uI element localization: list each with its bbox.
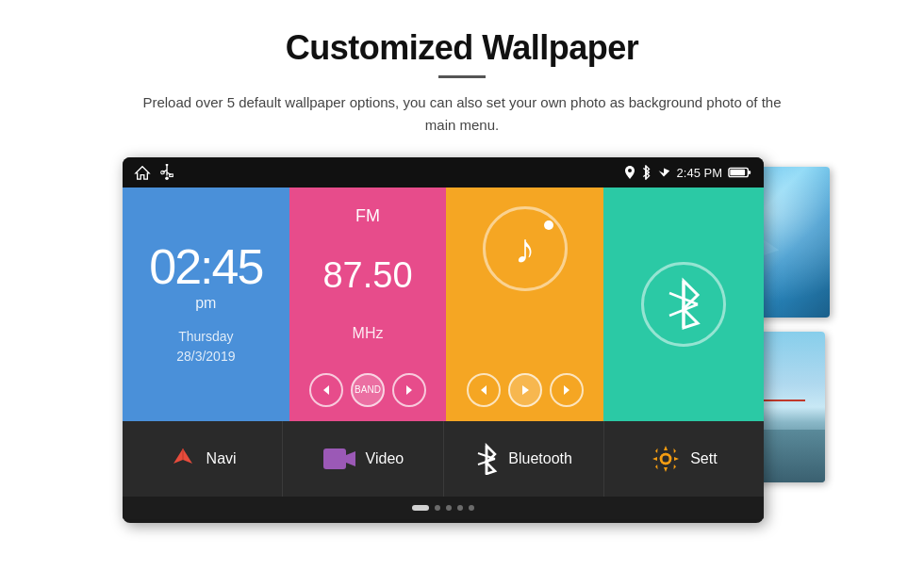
video-icon-wrapper [322, 447, 356, 471]
navi-icon-wrapper [169, 445, 197, 473]
usb-icon [160, 164, 173, 181]
apps-row: Navi Video [123, 421, 764, 497]
fm-controls: BAND [309, 373, 426, 407]
app-navi-label: Navi [206, 450, 237, 467]
dot-1 [412, 505, 429, 511]
music-prev-button[interactable] [467, 373, 501, 407]
home-icon [134, 165, 151, 180]
app-settings[interactable]: Sett [604, 421, 764, 497]
wifi-icon [656, 166, 671, 179]
page-wrapper: Customized Wallpaper Preload over 5 defa… [0, 0, 924, 587]
music-next-button[interactable] [550, 373, 584, 407]
music-widget[interactable]: ♪ [446, 188, 603, 421]
app-video[interactable]: Video [283, 421, 443, 497]
clock-time: 02:45 [149, 242, 262, 291]
widgets-row: 02:45 pm Thursday 28/3/2019 FM 87.50 MHz [123, 188, 764, 421]
settings-icon-wrapper [651, 444, 681, 474]
music-icon-wrapper: ♪ [483, 206, 568, 291]
dots-pagination [123, 497, 764, 519]
app-navi[interactable]: Navi [123, 421, 283, 497]
svg-point-7 [628, 169, 632, 172]
status-bar: 2:45 PM [123, 157, 764, 188]
clock-ampm: pm [195, 295, 216, 312]
music-note-icon: ♪ [515, 225, 536, 272]
dot-4 [457, 505, 463, 511]
app-video-label: Video [366, 450, 404, 467]
bluetooth-main-icon [662, 276, 705, 333]
fm-band-button[interactable]: BAND [351, 373, 385, 407]
status-time: 2:45 PM [677, 166, 722, 180]
content-area: 2:45 PM 02:45 pm [123, 157, 801, 525]
music-play-button[interactable] [508, 373, 542, 407]
fm-next-button[interactable] [392, 373, 426, 407]
title-divider [438, 75, 486, 78]
music-controls [467, 373, 584, 407]
bt-icon-wrapper [641, 262, 726, 347]
svg-rect-12 [748, 171, 751, 174]
fm-frequency: 87.50 [322, 257, 412, 293]
device-screen: 2:45 PM 02:45 pm [123, 157, 764, 523]
status-icons-left [134, 164, 173, 181]
dot-2 [435, 505, 440, 511]
bluetooth-widget[interactable] [603, 188, 764, 421]
app-bluetooth-label: Bluetooth [508, 450, 572, 467]
clock-widget[interactable]: 02:45 pm Thursday 28/3/2019 [123, 188, 289, 421]
dot-5 [469, 505, 474, 511]
app-settings-label: Sett [690, 450, 717, 467]
svg-rect-13 [730, 170, 745, 176]
svg-rect-4 [170, 174, 173, 177]
video-icon [322, 447, 356, 471]
app-bluetooth[interactable]: Bluetooth [444, 421, 604, 497]
svg-point-22 [661, 454, 670, 464]
dot-3 [446, 505, 452, 511]
app-bt-icon-wrapper [474, 443, 499, 475]
fm-unit: MHz [353, 325, 384, 342]
svg-rect-17 [323, 448, 346, 469]
location-icon [624, 165, 635, 180]
svg-point-6 [165, 177, 169, 181]
screen-content: 02:45 pm Thursday 28/3/2019 FM 87.50 MHz [123, 188, 764, 519]
app-bluetooth-icon [474, 443, 499, 475]
fm-widget[interactable]: FM 87.50 MHz BAND [289, 188, 447, 421]
page-subtitle: Preload over 5 default wallpaper options… [132, 91, 792, 137]
status-icons-right: 2:45 PM [624, 165, 752, 180]
svg-point-5 [166, 164, 169, 166]
music-dot [544, 220, 553, 230]
status-bluetooth-icon [641, 165, 651, 180]
settings-icon [651, 444, 681, 474]
fm-label: FM [355, 206, 380, 226]
page-title: Customized Wallpaper [286, 28, 639, 68]
fm-prev-button[interactable] [309, 373, 343, 407]
battery-icon [728, 166, 752, 179]
clock-date: Thursday 28/3/2019 [176, 327, 235, 367]
navi-icon [169, 445, 197, 473]
